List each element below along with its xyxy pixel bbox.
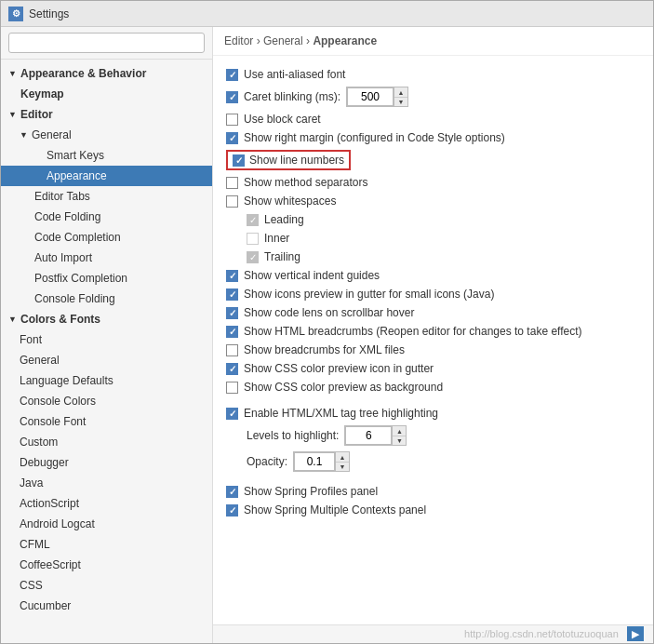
sidebar-item-console-font[interactable]: Console Font [1, 411, 212, 432]
sidebar-label: Console Font [20, 413, 86, 430]
checkbox-caret-blinking[interactable] [226, 91, 238, 103]
sidebar-item-code-folding[interactable]: Code Folding [1, 207, 212, 227]
checkbox-indent-guides[interactable] [226, 270, 238, 282]
sidebar-label: Auto Import [34, 249, 92, 266]
label-block-caret[interactable]: Use block caret [244, 113, 321, 126]
sidebar-item-colors-fonts[interactable]: ▼ Colors & Fonts [1, 309, 212, 329]
checkbox-html-tag-tree[interactable] [226, 408, 238, 420]
checkbox-right-margin[interactable] [226, 132, 238, 144]
opacity-spin-up[interactable]: ▲ [336, 452, 349, 462]
sidebar-item-editor[interactable]: ▼ Editor [1, 104, 212, 125]
sidebar-item-debugger[interactable]: Debugger [1, 452, 212, 473]
setting-html-breadcrumbs: Show HTML breadcrumbs (Reopen editor for… [226, 322, 640, 341]
label-spring-multiple[interactable]: Show Spring Multiple Contexts panel [244, 503, 426, 517]
checkbox-leading[interactable] [247, 214, 259, 226]
label-icons-preview[interactable]: Show icons preview in gutter for small i… [244, 288, 494, 301]
sidebar-item-appearance-behavior[interactable]: ▼ Appearance & Behavior [1, 63, 212, 84]
setting-method-separators: Show method separators [226, 173, 640, 192]
checkbox-block-caret[interactable] [226, 114, 238, 126]
label-inner[interactable]: Inner [264, 232, 289, 245]
caret-spin-up[interactable]: ▲ [394, 87, 407, 97]
label-css-color-icon[interactable]: Show CSS color preview icon in gutter [244, 362, 434, 375]
checkbox-xml-breadcrumbs[interactable] [226, 344, 238, 356]
setting-line-numbers: Show line numbers [226, 147, 640, 173]
sidebar-item-css[interactable]: CSS [1, 575, 212, 596]
sidebar-item-appearance[interactable]: Appearance [1, 166, 212, 186]
sidebar-item-console-colors[interactable]: Console Colors [1, 391, 212, 411]
checkbox-html-breadcrumbs[interactable] [226, 326, 238, 338]
search-input[interactable] [8, 33, 205, 53]
setting-xml-breadcrumbs: Show breadcrumbs for XML files [226, 341, 640, 359]
checkbox-inner[interactable] [247, 233, 259, 245]
sidebar-item-postfix-completion[interactable]: Postfix Completion [1, 268, 212, 288]
sidebar-item-actionscript[interactable]: ActionScript [1, 493, 212, 514]
checkbox-anti-aliased[interactable] [226, 69, 238, 81]
levels-spin-up[interactable]: ▲ [393, 426, 406, 436]
checkbox-spring-multiple[interactable] [226, 504, 238, 517]
checkbox-css-color-bg[interactable] [226, 382, 238, 394]
levels-value-input[interactable] [345, 426, 392, 445]
checkbox-method-separators[interactable] [226, 177, 238, 189]
label-spring-profiles[interactable]: Show Spring Profiles panel [244, 485, 378, 498]
sidebar-label: Editor [20, 106, 53, 123]
window-title: Settings [29, 7, 69, 20]
label-method-separators[interactable]: Show method separators [244, 176, 367, 189]
checkbox-icons-preview[interactable] [226, 288, 238, 301]
label-indent-guides[interactable]: Show vertical indent guides [244, 269, 380, 282]
opacity-spin-down[interactable]: ▼ [336, 462, 349, 471]
label-anti-aliased[interactable]: Use anti-aliased font [244, 68, 345, 81]
sidebar-item-general2[interactable]: General [1, 350, 212, 370]
sidebar-item-console-folding[interactable]: Console Folding [1, 288, 212, 309]
arrow-icon: ▼ [8, 106, 18, 123]
sidebar-item-language-defaults[interactable]: Language Defaults [1, 370, 212, 391]
tree: ▼ Appearance & Behavior Keymap ▼ Editor … [1, 60, 212, 643]
sidebar-item-cucumber[interactable]: Cucumber [1, 596, 212, 616]
label-right-margin[interactable]: Show right margin (configured in Code St… [244, 131, 505, 144]
sidebar-item-java[interactable]: Java [1, 473, 212, 493]
sidebar-item-cfml[interactable]: CFML [1, 534, 212, 555]
breadcrumb-text: Editor › General › Appearance [224, 34, 377, 47]
opacity-value-input[interactable] [294, 452, 335, 471]
sidebar-label: Keymap [20, 86, 64, 102]
arrow-icon: ▼ [8, 311, 18, 328]
sidebar-item-custom[interactable]: Custom [1, 432, 212, 452]
label-trailing[interactable]: Trailing [264, 250, 300, 263]
sidebar-label: Appearance [47, 168, 107, 184]
sidebar-label: Font [20, 331, 42, 348]
breadcrumb-current: Appearance [313, 34, 377, 47]
sidebar-item-editor-tabs[interactable]: Editor Tabs [1, 186, 212, 207]
checkbox-css-color-icon[interactable] [226, 363, 238, 375]
checkbox-whitespaces[interactable] [226, 195, 238, 208]
setting-css-color-bg: Show CSS color preview as background [226, 378, 640, 396]
label-line-numbers[interactable]: Show line numbers [249, 154, 344, 167]
checkbox-spring-profiles[interactable] [226, 486, 238, 498]
checkbox-code-lens[interactable] [226, 307, 238, 319]
checkbox-line-numbers[interactable] [233, 154, 245, 167]
label-xml-breadcrumbs[interactable]: Show breadcrumbs for XML files [244, 343, 405, 356]
sidebar-item-code-completion[interactable]: Code Completion [1, 227, 212, 248]
label-html-breadcrumbs[interactable]: Show HTML breadcrumbs (Reopen editor for… [244, 325, 582, 338]
label-css-color-bg[interactable]: Show CSS color preview as background [244, 381, 443, 394]
right-panel: Editor › General › Appearance Use anti-a… [213, 27, 653, 643]
sidebar-item-general[interactable]: ▼ General [1, 125, 212, 145]
arrow-icon: ▼ [20, 127, 29, 143]
sidebar-item-smart-keys[interactable]: Smart Keys [1, 145, 212, 166]
caret-spin-down[interactable]: ▼ [394, 97, 407, 106]
checkbox-trailing[interactable] [247, 251, 259, 263]
label-whitespaces[interactable]: Show whitespaces [244, 195, 336, 208]
sidebar-item-font[interactable]: Font [1, 329, 212, 350]
sidebar-label: General [32, 127, 72, 143]
label-code-lens[interactable]: Show code lens on scrollbar hover [244, 306, 414, 319]
label-html-tag-tree[interactable]: Enable HTML/XML tag tree highlighting [244, 407, 438, 420]
levels-spin-down[interactable]: ▼ [393, 436, 406, 445]
caret-value-input[interactable] [347, 87, 394, 106]
gap1 [226, 396, 640, 404]
sidebar-item-keymap[interactable]: Keymap [1, 84, 212, 104]
sidebar-item-coffeescript[interactable]: CoffeeScript [1, 555, 212, 575]
sidebar-item-auto-import[interactable]: Auto Import [1, 248, 212, 268]
title-bar: ⚙ Settings [1, 1, 653, 27]
sidebar-item-android-logcat[interactable]: Android Logcat [1, 514, 212, 534]
sidebar: ▼ Appearance & Behavior Keymap ▼ Editor … [1, 27, 213, 643]
label-leading[interactable]: Leading [264, 213, 304, 226]
setting-leading: Leading [226, 210, 640, 229]
